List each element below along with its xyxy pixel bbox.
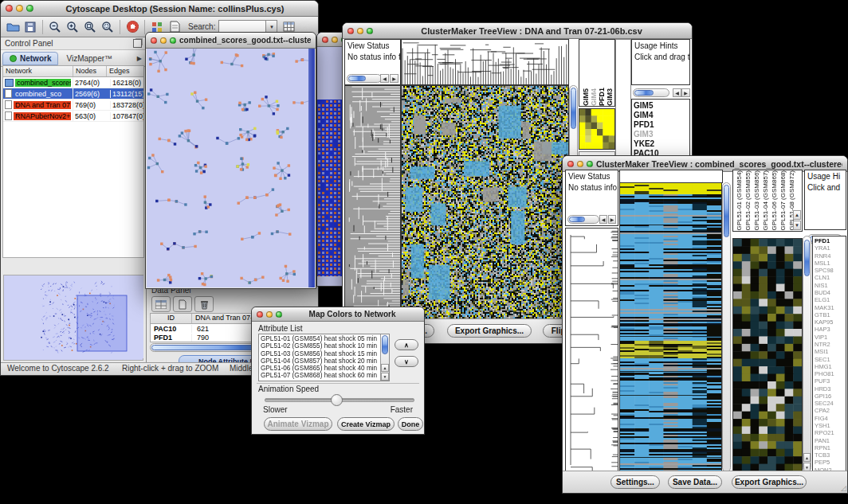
scroll-right-button[interactable]: ▶ <box>390 74 398 83</box>
delete-attribute-icon[interactable] <box>194 296 214 312</box>
array-label[interactable]: GPL51-01 (GSM854) <box>735 170 744 231</box>
scroll-left-button[interactable]: ◀ <box>673 88 681 97</box>
gene-label[interactable]: PFD1 <box>634 120 688 130</box>
array-label[interactable]: GIM4 <box>590 88 598 106</box>
gene-label[interactable]: RPO21 <box>815 429 844 436</box>
gene-label[interactable]: PFD1 <box>815 237 844 244</box>
array-label[interactable]: GPL51-02 (GSM855) <box>744 170 752 231</box>
done-button[interactable]: Done <box>398 417 423 431</box>
network-canvas[interactable] <box>147 49 308 287</box>
attribute-list-item[interactable]: GPL51-03 (GSM856) heat shock 15 min <box>261 350 387 357</box>
gene-label[interactable]: HRD3 <box>815 385 844 393</box>
resize-grip[interactable]: ◿ <box>841 484 846 492</box>
treeview-dna-titlebar[interactable]: ClusterMaker TreeView : DNA and Tran 07-… <box>343 23 692 39</box>
close-button[interactable] <box>151 37 157 44</box>
gene-label[interactable]: SPC98 <box>815 267 844 274</box>
gene-label[interactable]: SEC24 <box>815 400 844 407</box>
gene-label[interactable]: MAK31 <box>815 304 844 311</box>
gene-label[interactable]: KAP95 <box>815 318 844 326</box>
gene-label[interactable]: GIM3 <box>634 130 688 139</box>
view-status-scrollbar[interactable] <box>567 215 599 224</box>
gene-label[interactable]: NTR2 <box>815 341 844 348</box>
scroll-right-button[interactable]: ▶ <box>681 88 690 97</box>
array-label[interactable]: PFD1 <box>598 88 606 106</box>
zoom-in-icon[interactable] <box>64 19 81 35</box>
network-name-cell[interactable]: DNA and Tran 07 <box>3 100 73 110</box>
gene-label[interactable]: ELG1 <box>815 296 844 303</box>
gene-label[interactable]: GTB1 <box>815 311 844 318</box>
move-down-button[interactable]: ∨ <box>395 356 418 367</box>
network-name-cell[interactable]: combined_scores <box>3 77 73 88</box>
global-heatmap-panel[interactable] <box>401 85 569 321</box>
gene-label[interactable]: BUD4 <box>815 289 844 296</box>
gene-label[interactable]: FIG4 <box>815 415 844 422</box>
array-label[interactable]: GPL51-06 (GSM865) <box>770 170 779 231</box>
zoom-hscrollbar[interactable] <box>633 88 669 97</box>
scroll-down-button[interactable]: ▼ <box>793 221 801 230</box>
scroll-right-button[interactable]: ▶ <box>608 215 616 224</box>
move-up-button[interactable]: ∧ <box>395 339 418 350</box>
map-colors-titlebar[interactable]: Map Colors to Network <box>252 307 424 322</box>
animate-vizmap-button[interactable]: Animate Vizmap <box>264 417 332 431</box>
heatmap-vscrollbar[interactable] <box>722 182 731 472</box>
gene-label[interactable]: GPI16 <box>815 393 844 400</box>
gene-label[interactable]: GIM4 <box>634 111 688 120</box>
gene-label[interactable]: PAN1 <box>815 437 844 444</box>
tab-network[interactable]: Network <box>2 52 58 65</box>
open-session-icon[interactable] <box>4 19 22 35</box>
gene-label[interactable]: HAP3 <box>815 326 844 333</box>
network-navigator[interactable] <box>3 275 143 361</box>
gene-label[interactable]: TCB3 <box>815 451 844 459</box>
zoom-heatmap-panel[interactable] <box>579 108 615 150</box>
attribute-list-item[interactable]: GPL51-07 (GSM868) heat shock 60 min <box>261 372 387 379</box>
zoom-window-button[interactable] <box>26 5 33 12</box>
scroll-left-button[interactable]: ◀ <box>380 74 389 83</box>
tab-vizmapper[interactable]: VizMapper™ <box>58 53 120 64</box>
zoom-window-button[interactable] <box>367 28 373 34</box>
attribute-list-item[interactable]: GPL51-04 (GSM857) heat shock 20 min <box>261 357 387 365</box>
gene-dendrogram-panel[interactable] <box>344 85 401 321</box>
network-view-titlebar[interactable]: combined_scores_good.txt--cluste... <box>146 33 316 49</box>
attribute-list-item[interactable]: GPL51-06 (GSM865) heat shock 40 min <box>261 365 387 372</box>
col-header-edges[interactable]: Edges <box>107 66 143 76</box>
minimize-button[interactable] <box>16 5 23 12</box>
gene-label[interactable]: MSL1 <box>815 260 844 267</box>
scroll-down-button[interactable]: ▼ <box>381 373 389 381</box>
minimize-button[interactable] <box>160 37 167 44</box>
network-table-row[interactable]: combined_sco2569(6)13112(15) <box>3 88 143 100</box>
scroll-left-button[interactable]: ◀ <box>599 215 607 224</box>
new-attribute-icon[interactable] <box>173 296 192 312</box>
gene-dendrogram-panel[interactable] <box>565 228 618 472</box>
gene-label[interactable]: SEC1 <box>815 356 844 363</box>
animation-slider[interactable] <box>265 398 414 402</box>
gene-label[interactable]: VIP1 <box>815 334 844 341</box>
save-session-icon[interactable] <box>22 19 39 35</box>
array-labels-panel[interactable]: GPL51-01 (GSM854)GPL51-02 (GSM855)GPL51-… <box>732 170 803 232</box>
view-status-scrollbar[interactable] <box>347 74 382 83</box>
gene-label[interactable]: NIS1 <box>815 282 844 289</box>
close-button[interactable] <box>347 28 354 34</box>
zoom-window-button[interactable] <box>587 161 593 167</box>
gene-label[interactable]: RNR4 <box>815 252 844 260</box>
gene-label[interactable]: YRA1 <box>815 244 844 252</box>
float-panel-icon[interactable] <box>133 39 142 48</box>
array-label[interactable]: GPL51-04 (GSM857) <box>761 170 770 231</box>
network-table-row[interactable]: DNA and Tran 07769(0)183728(0) <box>3 100 143 111</box>
array-dendrogram-panel[interactable] <box>401 39 569 85</box>
gene-label[interactable]: PHO81 <box>815 370 844 377</box>
zoom-window-button[interactable] <box>276 311 282 318</box>
save-data-button[interactable]: Save Data... <box>668 475 722 489</box>
id-column-header[interactable]: ID <box>151 314 192 323</box>
zoom-heatmap-panel[interactable] <box>732 238 803 472</box>
gene-label[interactable]: CPA2 <box>815 407 844 414</box>
gene-label[interactable]: YKE2 <box>634 139 688 149</box>
array-label[interactable]: GIM3 <box>606 88 614 106</box>
tab-overflow-arrow[interactable]: ▶ <box>137 55 144 62</box>
col-header-network[interactable]: Network <box>3 66 73 76</box>
close-button[interactable] <box>567 161 574 167</box>
minimize-button[interactable] <box>357 28 363 34</box>
array-label[interactable]: GIM5 <box>582 88 590 106</box>
minimize-button[interactable] <box>332 37 338 43</box>
gene-label[interactable]: CLN1 <box>815 274 844 281</box>
zoom-window-button[interactable] <box>170 37 176 44</box>
